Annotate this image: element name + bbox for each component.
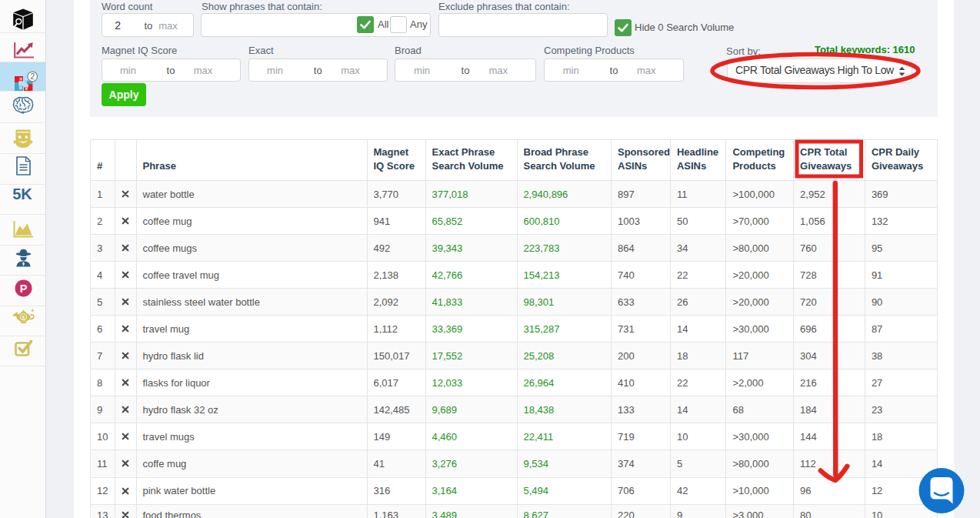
svg-text:$: $ (22, 314, 25, 321)
svg-text:P: P (20, 282, 28, 295)
svg-text:2: 2 (30, 72, 35, 81)
